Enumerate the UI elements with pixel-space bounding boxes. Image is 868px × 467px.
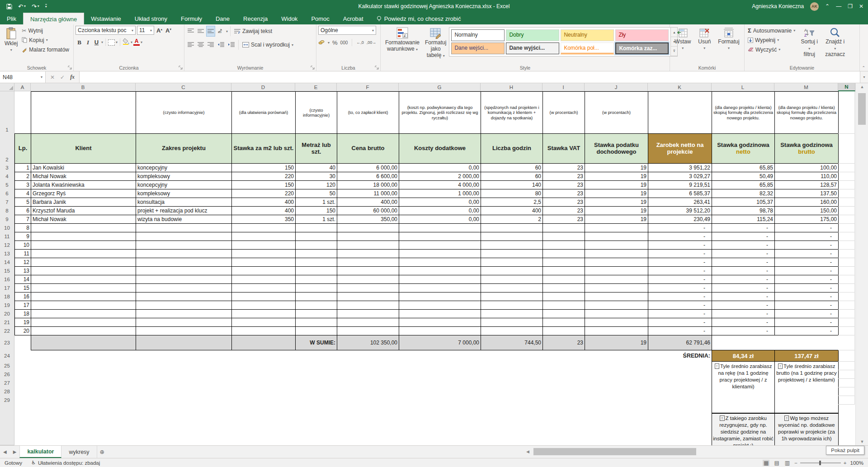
cell[interactable] <box>838 350 855 362</box>
cell[interactable] <box>542 318 585 327</box>
cell[interactable] <box>838 241 855 250</box>
cell[interactable]: - <box>648 249 712 258</box>
cell[interactable] <box>838 387 855 396</box>
cell[interactable]: Grzegorz Ryś <box>31 189 136 198</box>
name-box[interactable]: N48▾ <box>0 71 46 83</box>
cell[interactable]: 2 <box>481 215 543 224</box>
borders-icon[interactable] <box>108 39 115 46</box>
cell[interactable] <box>231 249 296 258</box>
cell[interactable]: (koszt np. podwykonawcy dla tego projekt… <box>399 91 481 134</box>
cell[interactable]: (czysto informacyjnie) <box>295 91 337 134</box>
row-header-9[interactable]: 9 <box>0 215 14 224</box>
cell[interactable]: 19 <box>585 206 648 215</box>
align-bottom-icon[interactable] <box>206 26 215 37</box>
cell[interactable] <box>231 266 296 275</box>
cell[interactable]: - <box>712 326 775 335</box>
cell[interactable]: 10 <box>14 241 31 250</box>
row-header-10[interactable]: 10 <box>0 223 14 232</box>
cell[interactable] <box>838 378 855 387</box>
cell[interactable]: 39 512,20 <box>648 206 712 215</box>
italic-icon[interactable]: I <box>84 39 92 46</box>
clear-button[interactable]: Wyczyść▾ <box>746 45 797 54</box>
cell[interactable]: 0,00 <box>399 206 481 215</box>
sheet-tab-wykresy[interactable]: wykresy <box>61 446 97 458</box>
cell[interactable] <box>838 163 855 172</box>
cell[interactable]: 2 <box>14 172 31 181</box>
grow-font-icon[interactable]: A▴ <box>156 27 163 34</box>
accounting-dropdown[interactable]: ▾ <box>328 41 330 45</box>
cell[interactable]: 0,00 <box>399 215 481 224</box>
column-header-L[interactable]: L <box>712 83 774 91</box>
cell[interactable] <box>399 266 481 275</box>
cell[interactable]: 65,85 <box>712 180 775 189</box>
cell[interactable] <box>399 241 481 250</box>
cell[interactable]: Metraż lub szt. <box>295 133 337 164</box>
cell[interactable] <box>31 283 136 292</box>
cell[interactable]: (spędzonych nad projektem i komunikacją … <box>481 91 543 134</box>
comma-style-icon[interactable]: 000 <box>340 40 348 45</box>
cell[interactable] <box>31 275 136 284</box>
row-header-25[interactable]: 25 <box>0 361 14 370</box>
wrap-text-button[interactable]: Zawijaj tekst <box>233 27 274 36</box>
cell[interactable]: 744,50 <box>481 335 543 350</box>
cell[interactable]: 9 <box>14 232 31 241</box>
cell[interactable] <box>31 249 136 258</box>
cell[interactable] <box>136 266 232 275</box>
cell[interactable]: 1 szt. <box>295 215 337 224</box>
cell[interactable]: 7 <box>14 215 31 224</box>
accounting-format-icon[interactable] <box>318 38 325 47</box>
row-header-8[interactable]: 8 <box>0 206 14 215</box>
cell[interactable]: - <box>648 232 712 241</box>
cell[interactable]: 19 <box>585 189 648 198</box>
tab-formuły[interactable]: Formuły <box>174 13 209 24</box>
horizontal-scroll-thumb[interactable] <box>533 448 696 455</box>
cell[interactable] <box>231 335 296 350</box>
cell[interactable] <box>481 301 543 310</box>
cell[interactable] <box>399 301 481 310</box>
cell[interactable]: 15 <box>14 283 31 292</box>
cell[interactable] <box>542 241 585 250</box>
cell[interactable] <box>31 326 136 335</box>
cell[interactable]: 6 000,00 <box>337 163 399 172</box>
cell[interactable] <box>136 283 232 292</box>
cell[interactable] <box>648 91 712 134</box>
cell[interactable] <box>31 335 136 350</box>
cell[interactable]: 263,41 <box>648 198 712 207</box>
cell[interactable] <box>231 301 296 310</box>
cell[interactable]: - <box>774 241 839 250</box>
row-header-19[interactable]: 19 <box>0 301 14 310</box>
cell[interactable]: 137,47 zł <box>774 350 839 362</box>
cell[interactable]: 98,78 <box>712 206 775 215</box>
cell[interactable]: 50,49 <box>712 172 775 181</box>
formula-cancel-icon[interactable]: ✕ <box>50 74 55 80</box>
cell[interactable]: 60 000,00 <box>337 206 399 215</box>
column-header-N[interactable]: N <box>838 83 855 91</box>
cell[interactable]: 150 <box>231 180 296 189</box>
cell[interactable]: 400 <box>231 198 296 207</box>
cell[interactable]: - <box>648 292 712 301</box>
select-all-corner[interactable] <box>0 83 14 91</box>
cell[interactable]: - <box>774 292 839 301</box>
cell[interactable]: 19 <box>585 180 648 189</box>
align-top-icon[interactable] <box>186 26 195 37</box>
column-header-B[interactable]: B <box>31 83 136 91</box>
copy-button[interactable]: Kopiuj▾ <box>20 35 71 45</box>
cell[interactable] <box>838 396 855 405</box>
cell[interactable] <box>136 309 232 318</box>
cell[interactable]: projekt + realizacja pod klucz <box>136 206 232 215</box>
row-header-21[interactable]: 21 <box>0 318 14 327</box>
cell[interactable]: ↑Z takiego zarobku rezygnujesz, gdy np. … <box>712 413 775 445</box>
font-name-select[interactable]: Czcionka tekstu poc▾ <box>75 26 136 35</box>
merge-center-button[interactable]: Scal i wyśrodkuj▾ <box>241 40 295 50</box>
cell[interactable]: 60 <box>481 163 543 172</box>
cell[interactable] <box>399 258 481 267</box>
style-neutral[interactable]: Neutralny <box>561 29 614 41</box>
sheet-nav-left-icon[interactable]: ◀ <box>0 446 10 458</box>
cut-button[interactable]: ✂Wytnij <box>20 26 71 35</box>
cell[interactable]: kompleksowy <box>136 172 232 181</box>
tab-acrobat[interactable]: Acrobat <box>336 13 370 24</box>
decrease-decimal-icon[interactable]: ,00→ <box>367 40 377 45</box>
style-linked[interactable]: Komórka poł... <box>561 42 614 54</box>
format-painter-button[interactable]: Malarz formatów <box>20 45 71 54</box>
scroll-left-icon[interactable]: ◀ <box>524 449 532 454</box>
